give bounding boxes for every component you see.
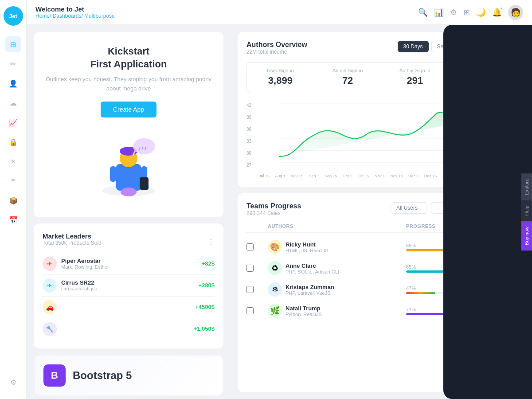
sidebar-item-analytics[interactable]: 📈 <box>5 114 21 130</box>
cirrus-desc: cirrus-aircraft.jsp <box>61 286 198 291</box>
users-filter-select[interactable]: All Users <box>391 202 427 214</box>
users-filter-wrapper: All Users <box>391 202 427 214</box>
stat-admin-value: 72 <box>321 75 374 86</box>
x-jul15: Jul 15 <box>259 174 270 178</box>
market-title: Market Leaders <box>43 232 102 240</box>
kristaps-name: Kristaps Zumman <box>286 284 334 290</box>
search-icon[interactable]: 🔍 <box>418 8 428 17</box>
x-dec1: Dec 1 <box>408 174 419 178</box>
authors-income: 22M total income <box>246 49 307 55</box>
x-agu15: Agu 15 <box>291 174 304 178</box>
kristaps-avatar: ❄ <box>268 282 282 297</box>
stat-admin-label: Admin Sign-in <box>321 68 374 73</box>
team-checkbox-4[interactable] <box>246 307 254 314</box>
breadcrumb: Home/ Dashboards/ Multipurpose <box>35 13 115 19</box>
page-title: Welcome to Jet <box>35 5 115 13</box>
sidebar-item-settings[interactable]: ⚙ <box>5 374 21 390</box>
natali-skills: Python, ReactJS <box>286 312 322 317</box>
team-author-3: ❄ Kristaps Zumman PHP, Laravel, VueJS <box>268 282 403 297</box>
sidebar-item-users[interactable]: 👤 <box>5 75 21 91</box>
team-author-4: 🌿 Natali Trump Python, ReactJS <box>268 304 403 318</box>
side-buttons: Explore Help Buy now <box>521 173 532 250</box>
market-item-4: 🔧 +1,050$ <box>43 318 215 340</box>
chart-y-axis: 42 39 36 33 30 27 <box>246 99 259 178</box>
sidebar-item-close[interactable]: ✕ <box>5 153 21 169</box>
item4-logo: 🔧 <box>43 322 57 336</box>
bootstrap-text: Bootstrap 5 <box>73 369 132 382</box>
svg-point-12 <box>121 188 137 196</box>
team-author-2: ♻ Anne Clarc PHP, SQLite, Artisan CLI <box>268 261 403 275</box>
y-label-39: 39 <box>246 115 256 120</box>
natali-avatar: 🌿 <box>268 304 282 318</box>
ricky-fill <box>406 249 446 251</box>
sidebar-item-calendar[interactable]: 📅 <box>5 212 21 228</box>
tab-30days[interactable]: 30 Days <box>398 41 429 52</box>
team-checkbox-3[interactable] <box>246 286 254 293</box>
chart-icon[interactable]: 📊 <box>434 8 444 17</box>
item4-price: +1,050$ <box>194 325 215 332</box>
cirrus-logo: ✈ <box>43 278 57 293</box>
market-item-1: ✈ Piper Aerostar Mark, Rowling, Esther +… <box>43 253 215 275</box>
kristaps-skills: PHP, Laravel, VueJS <box>286 290 334 296</box>
market-subtitle: Total 350k Products Sold <box>43 240 102 246</box>
settings-icon[interactable]: ⚙ <box>450 8 457 17</box>
svg-rect-1 <box>116 164 141 191</box>
svg-point-4 <box>133 138 155 154</box>
kickstart-card: KickstartFirst Application Outlines keep… <box>34 32 223 217</box>
create-app-button[interactable]: Create App <box>101 102 156 117</box>
y-label-42: 42 <box>246 103 256 108</box>
team-checkbox-1[interactable] <box>246 243 254 250</box>
notification-icon[interactable]: 🔔 <box>492 8 502 17</box>
buy-now-button[interactable]: Buy now <box>521 221 532 250</box>
breadcrumb-dashboards[interactable]: Dashboards/ <box>53 13 83 19</box>
app-logo[interactable]: Jet <box>4 6 23 26</box>
sidebar-item-dashboard[interactable]: ⊞ <box>5 36 21 52</box>
anne-skills: PHP, SQLite, Artisan CLI <box>286 269 339 274</box>
authors-header-left: Authors Overview 22M total income <box>246 41 307 55</box>
market-more-icon[interactable]: ⋮ <box>207 238 215 246</box>
stat-admin-signin: Admin Sign-in 72 <box>314 63 381 92</box>
x-nov1: Nov 1 <box>375 174 385 178</box>
market-item-2: ✈ Cirrus SR22 cirrus-aircraft.jsp +280$ <box>43 275 215 297</box>
sidebar: Jet ⊞ ✏ 👤 ☁ 📈 🔒 ✕ ≡ 📦 📅 ⚙ <box>0 0 27 399</box>
market-item-3: 🚗 +4500$ <box>43 297 215 318</box>
help-button[interactable]: Help <box>521 200 532 221</box>
y-label-30: 30 <box>246 151 256 156</box>
dark-side-panel: Explore Help Buy now <box>443 25 532 399</box>
x-sep15: Sep 15 <box>325 174 337 178</box>
explore-button[interactable]: Explore <box>521 173 532 200</box>
y-label-36: 36 <box>246 127 256 132</box>
team-checkbox-2[interactable] <box>246 265 254 272</box>
sidebar-item-editor[interactable]: ✏ <box>5 56 21 72</box>
grid-icon[interactable]: ⊞ <box>463 8 470 17</box>
topbar-actions: 🔍 📊 ⚙ ⊞ 🌙 🔔 🧑 <box>418 5 523 20</box>
piper-logo: ✈ <box>43 257 57 271</box>
left-panel: KickstartFirst Application Outlines keep… <box>27 25 231 399</box>
teams-subtitle: 890,344 Sales <box>246 210 301 216</box>
ricky-info: Ricky Hunt HTML, JS, ReactJS <box>286 241 329 253</box>
col-checkbox <box>246 223 264 229</box>
breadcrumb-current: Multipurpose <box>84 13 115 19</box>
piper-info: Piper Aerostar Mark, Rowling, Esther <box>61 258 202 270</box>
kickstart-description: Outlines keep you honest. They stoping y… <box>43 75 215 94</box>
natali-info: Natali Trump Python, ReactJS <box>286 305 322 317</box>
stat-user-label: User Sign-in <box>254 68 307 73</box>
col-authors: AUTHORS <box>268 223 403 229</box>
ricky-avatar: 🎨 <box>268 240 282 254</box>
ricky-name: Ricky Hunt <box>286 241 329 248</box>
sidebar-item-packages[interactable]: 📦 <box>5 192 21 208</box>
bootstrap-logo: B <box>43 364 66 387</box>
x-aug1: Aug 1 <box>275 174 286 178</box>
team-author-1: 🎨 Ricky Hunt HTML, JS, ReactJS <box>268 240 403 254</box>
sidebar-item-security[interactable]: 🔒 <box>5 134 21 150</box>
avatar[interactable]: 🧑 <box>508 5 523 20</box>
y-label-33: 33 <box>246 139 256 144</box>
theme-icon[interactable]: 🌙 <box>476 8 486 17</box>
anne-avatar: ♻ <box>268 261 282 275</box>
item3-logo: 🚗 <box>43 300 57 314</box>
sidebar-item-menu[interactable]: ≡ <box>5 173 21 189</box>
breadcrumb-home[interactable]: Home/ <box>35 13 51 19</box>
sidebar-item-cloud[interactable]: ☁ <box>5 95 21 111</box>
svg-rect-9 <box>110 166 116 182</box>
stat-author-signin: Author Sign-in 291 <box>382 63 449 92</box>
